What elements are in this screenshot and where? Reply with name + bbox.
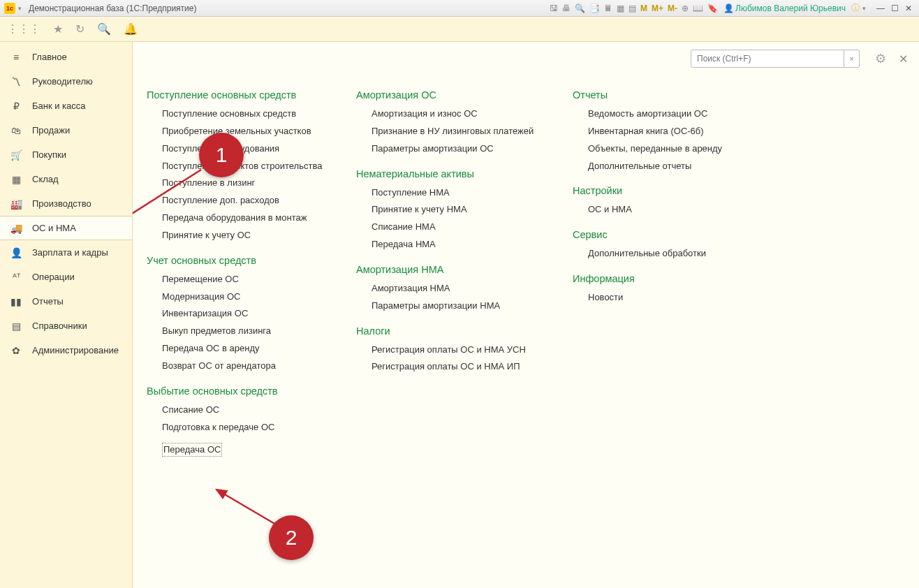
sidebar-item-4[interactable]: 🛒Покупки: [0, 142, 132, 167]
maximize-button[interactable]: ☐: [888, 3, 901, 13]
menu-link[interactable]: Перемещение ОС: [162, 273, 328, 286]
menu-link[interactable]: Инвентаризация ОС: [162, 307, 328, 321]
compare-icon[interactable]: 📑: [589, 3, 600, 13]
link-list: Ведомость амортизации ОСИнвентарная книг…: [573, 108, 733, 172]
gear-icon[interactable]: ⚙: [875, 51, 886, 66]
menu-link[interactable]: Регистрация оплаты ОС и НМА ИП: [372, 360, 545, 374]
m-button[interactable]: M: [640, 3, 647, 13]
top-toolbar: ⋮⋮⋮ ★ ↻ 🔍 🔔: [0, 17, 919, 42]
menu-link[interactable]: Амортизация НМА: [372, 282, 545, 295]
search-icon[interactable]: 🔍: [97, 22, 111, 36]
menu-link[interactable]: Ведомость амортизации ОС: [588, 108, 733, 121]
menu-link[interactable]: Новости: [588, 291, 733, 304]
menu-link[interactable]: Поступление основных средств: [162, 108, 328, 121]
app-logo: 1c: [4, 3, 15, 14]
section-title[interactable]: Нематериальные активы: [356, 168, 545, 179]
sidebar-icon: 🛒: [10, 149, 22, 161]
calendar-icon[interactable]: ▦: [617, 3, 624, 13]
menu-link[interactable]: Объекты, переданные в аренду: [588, 142, 733, 156]
link-icon[interactable]: ⊕: [682, 3, 689, 13]
sidebar-item-0[interactable]: ≡Главное: [0, 45, 132, 69]
menu-link[interactable]: Регистрация оплаты ОС и НМА УСН: [372, 344, 545, 357]
menu-link[interactable]: Принятие к учету ОС: [162, 229, 328, 242]
menu-link[interactable]: Поступление в лизинг: [162, 177, 328, 190]
close-button[interactable]: ✕: [902, 3, 915, 13]
print-icon[interactable]: 🖶: [562, 3, 571, 13]
sidebar-item-2[interactable]: ₽Банк и касса: [0, 94, 132, 118]
menu-link[interactable]: Передача оборудования в монтаж: [162, 212, 328, 225]
preview-icon[interactable]: 🔍: [575, 3, 585, 13]
section-title[interactable]: Налоги: [356, 325, 545, 337]
save-icon[interactable]: 🖫: [550, 3, 558, 13]
sidebar-item-10[interactable]: ▮▮Отчеты: [0, 289, 132, 314]
menu-link[interactable]: Дополнительные отчеты: [588, 160, 733, 173]
sidebar-icon: ≡: [10, 52, 22, 63]
menu-link[interactable]: Принятие к учету НМА: [372, 203, 545, 216]
sidebar-item-5[interactable]: ▦Склад: [0, 167, 132, 191]
menu-link[interactable]: Передача НМА: [372, 238, 545, 251]
sidebar-item-11[interactable]: ▤Справочники: [0, 314, 132, 338]
sidebar-item-1[interactable]: 〽Руководителю: [0, 69, 132, 94]
current-user[interactable]: 👤Любимов Валерий Юрьевич: [723, 3, 846, 13]
section-title[interactable]: Амортизация НМА: [356, 264, 545, 275]
sidebar-label: Отчеты: [32, 296, 64, 307]
menu-link[interactable]: Поступление НМА: [372, 186, 545, 200]
section-title[interactable]: Учет основных средств: [147, 255, 328, 266]
sidebar-item-6[interactable]: 🏭Производство: [0, 191, 132, 216]
section-title[interactable]: Сервис: [573, 229, 733, 240]
history-icon[interactable]: ↻: [75, 22, 84, 36]
grid-icon[interactable]: ▤: [628, 3, 636, 13]
search-clear-button[interactable]: ×: [844, 50, 860, 68]
calculator-icon[interactable]: 🖩: [604, 3, 612, 13]
minimize-button[interactable]: —: [874, 3, 887, 13]
mminus-button[interactable]: M-: [668, 3, 677, 13]
sidebar-item-12[interactable]: ✿Администрирование: [0, 338, 132, 362]
panel-close-button[interactable]: ✕: [899, 52, 908, 66]
search-input[interactable]: [691, 50, 844, 68]
sidebar-item-7[interactable]: 🚚ОС и НМА: [0, 216, 132, 240]
sidebar-item-8[interactable]: 👤Зарплата и кадры: [0, 240, 132, 265]
dropdown-icon[interactable]: ▾: [862, 5, 866, 12]
section-title[interactable]: Информация: [573, 273, 733, 284]
section-title[interactable]: Поступление основных средств: [147, 89, 328, 101]
menu-link[interactable]: Поступление доп. расходов: [162, 194, 328, 207]
menu-link[interactable]: Передача ОС в аренду: [162, 342, 328, 355]
link-list: Регистрация оплаты ОС и НМА УСНРегистрац…: [356, 344, 545, 374]
menu-link[interactable]: Амортизация и износ ОС: [372, 108, 545, 121]
menu-link[interactable]: ОС и НМА: [588, 203, 733, 216]
section-title[interactable]: Настройки: [573, 185, 733, 196]
menu-link[interactable]: Списание ОС: [162, 404, 328, 417]
apps-icon[interactable]: ⋮⋮⋮: [7, 22, 41, 36]
menu-link[interactable]: Возврат ОС от арендатора: [162, 360, 328, 373]
sidebar-icon: ▤: [10, 321, 22, 332]
menu-link[interactable]: Параметры амортизации НМА: [372, 300, 545, 313]
app-menu-dropdown[interactable]: ▾: [18, 5, 22, 12]
info-icon[interactable]: ⓘ: [851, 2, 860, 14]
mplus-button[interactable]: M+: [652, 3, 663, 13]
bell-icon[interactable]: 🔔: [124, 22, 138, 36]
sidebar-label: Справочники: [32, 321, 87, 331]
menu-link[interactable]: Поступление оборудования: [162, 142, 328, 156]
section-title[interactable]: Амортизация ОС: [356, 89, 545, 101]
menu-link[interactable]: Приобретение земельных участков: [162, 125, 328, 138]
sidebar-item-9[interactable]: ᴬᵀОперации: [0, 265, 132, 289]
link-list: ОС и НМА: [573, 203, 733, 216]
bookmark-icon[interactable]: 🔖: [707, 3, 718, 13]
sidebar-item-3[interactable]: 🛍Продажи: [0, 118, 132, 142]
menu-link[interactable]: Поступление объектов строительства: [162, 160, 328, 173]
book-icon[interactable]: 📖: [693, 3, 703, 13]
section-title[interactable]: Выбытие основных средств: [147, 385, 328, 397]
titlebar: 1c ▾ Демонстрационная база (1С:Предприят…: [0, 0, 919, 17]
menu-link[interactable]: Модернизация ОС: [162, 291, 328, 304]
menu-link[interactable]: Подготовка к передаче ОС: [162, 421, 328, 434]
menu-link[interactable]: Передача ОС: [162, 443, 222, 457]
star-icon[interactable]: ★: [53, 22, 63, 36]
menu-link[interactable]: Признание в НУ лизинговых платежей: [372, 125, 545, 138]
menu-link[interactable]: Списание НМА: [372, 221, 545, 234]
titlebar-icons: 🖫 🖶 🔍 📑 🖩 ▦ ▤ M M+ M- ⊕ 📖 🔖: [550, 3, 718, 13]
menu-link[interactable]: Инвентарная книга (ОС-6б): [588, 125, 733, 138]
section-title[interactable]: Отчеты: [573, 89, 733, 101]
menu-link[interactable]: Параметры амортизации ОС: [372, 142, 545, 156]
menu-link[interactable]: Выкуп предметов лизинга: [162, 325, 328, 338]
menu-link[interactable]: Дополнительные обработки: [588, 247, 733, 260]
